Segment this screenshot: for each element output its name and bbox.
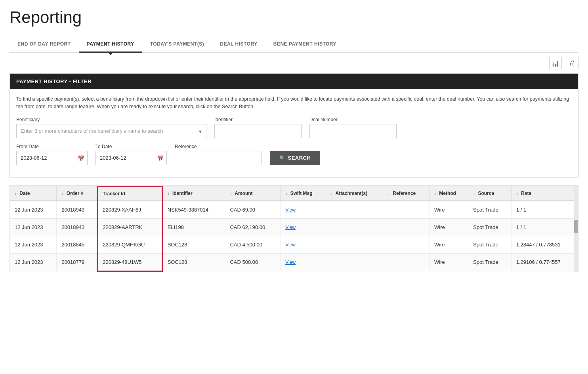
sort-arrows-reference: ↕ [388,191,390,196]
from-date-label: From Date [16,144,88,149]
cell-swift[interactable]: View [281,218,326,236]
cell-method: Wire [429,218,468,236]
scrollbar-track[interactable] [574,186,578,272]
col-method[interactable]: ↕ Method [429,186,468,201]
deal-number-input[interactable] [309,124,397,138]
cell-swift[interactable]: View [281,236,326,253]
col-identifier[interactable]: ↕ Identifier [162,186,225,201]
cell-rate: 1.28447 / 0.778531 [511,236,578,253]
cell-date: 12 Jun 2023 [10,218,57,236]
cell-swift[interactable]: View [281,253,326,271]
cell-identifier: NSK549-3887014 [162,201,225,219]
cell-source: Spot Trade [468,253,512,271]
from-date-group: From Date 📅 [16,144,88,165]
cell-attachments [326,218,383,236]
tab-deal-history[interactable]: DEAL HISTORY [212,36,265,53]
print-icon: 🖨 [569,59,575,67]
col-order[interactable]: ↕ Order # [57,186,97,201]
tab-todays-payments[interactable]: TODAY'S PAYMENT(S) [142,36,212,53]
filter-panel: PAYMENT HISTORY - FILTER To find a speci… [10,73,578,177]
search-icon: 🔍 [279,155,286,161]
col-reference[interactable]: ↕ Reference [383,186,429,201]
col-amount[interactable]: ↕ Amount [225,186,281,201]
col-attachments[interactable]: ↕ Attachment(s) [326,186,383,201]
search-label: SEARCH [288,155,311,161]
col-rate[interactable]: ↕ Rate [511,186,578,201]
table-row: 12 Jun 202320018943220829-XAAH8JNSK549-3… [10,201,578,219]
cell-order: 20018779 [57,253,97,271]
deal-number-group: Deal Number [309,117,397,138]
reference-group: Reference [175,144,262,165]
cell-identifier: SOC128 [162,236,225,253]
filter-row-2: From Date 📅 To Date 📅 Reference 🔍 [16,144,572,165]
cell-order: 20018943 [57,218,97,236]
export-icon: 📊 [552,59,559,67]
cell-identifier: SOC128 [162,253,225,271]
sort-arrows-method: ↕ [434,191,436,196]
sort-arrows-rate: ↕ [516,191,518,196]
reference-label: Reference [175,144,262,149]
filter-description: To find a specific payment(s), select a … [16,95,572,111]
to-date-group: To Date 📅 [95,144,167,165]
cell-source: Spot Trade [468,218,512,236]
cell-reference [383,236,429,253]
tab-payment-history[interactable]: PAYMENT HISTORY [79,36,142,53]
cell-date: 12 Jun 2023 [10,253,57,271]
cell-tracker: 220829-48U1W5 [97,253,162,271]
sort-arrows-source: ↕ [473,191,475,196]
table-header-row: ↕ Date ↕ Order # Tracker Id ↕ Identifier [10,186,578,201]
table-row: 12 Jun 202320018779220829-48U1W5SOC128CA… [10,253,578,271]
filter-header: PAYMENT HISTORY - FILTER [10,74,578,89]
filter-row-1: Beneficiary Enter 3 or more characters o… [16,117,572,138]
sort-arrows-identifier: ↕ [168,191,170,196]
to-date-input[interactable] [95,151,167,165]
scrollbar-thumb[interactable] [574,220,578,233]
sort-arrows-amount: ↕ [230,191,232,196]
col-swift-msg[interactable]: ↕ Swift Msg [281,186,326,201]
sort-arrows-order: ↕ [61,191,63,196]
col-tracker[interactable]: Tracker Id [97,186,162,201]
cell-method: Wire [429,236,468,253]
sort-arrows-swift: ↕ [285,191,287,196]
col-source[interactable]: ↕ Source [468,186,512,201]
from-date-input[interactable] [16,151,88,165]
cell-order: 20018943 [57,201,97,219]
search-group: 🔍 SEARCH [270,144,320,165]
table-body: 12 Jun 202320018943220829-XAAH8JNSK549-3… [10,201,578,271]
sort-arrows-attachments: ↕ [331,191,333,196]
cell-method: Wire [429,201,468,219]
tab-bene-payment-history[interactable]: BENE PAYMENT HISTORY [265,36,344,53]
col-date[interactable]: ↕ Date [10,186,57,201]
identifier-input[interactable] [214,124,302,138]
search-button[interactable]: 🔍 SEARCH [270,151,320,165]
cell-date: 12 Jun 2023 [10,236,57,253]
cell-reference [383,201,429,219]
deal-number-label: Deal Number [309,117,397,122]
cell-attachments [326,253,383,271]
cell-method: Wire [429,253,468,271]
page-title: Reporting [10,8,578,27]
export-button[interactable]: 📊 [549,57,562,69]
identifier-group: Identifier [214,117,302,138]
cell-amount: CAD 4,500.00 [225,236,281,253]
cell-tracker: 220829-AARTRK [97,218,162,236]
reference-input[interactable] [175,151,262,165]
table-row: 12 Jun 202320018845220829-QMHKGUSOC128CA… [10,236,578,253]
cell-attachments [326,201,383,219]
cell-date: 12 Jun 2023 [10,201,57,219]
beneficiary-select[interactable]: Enter 3 or more characters of the benefi… [16,124,206,138]
results-table-container: ↕ Date ↕ Order # Tracker Id ↕ Identifier [10,185,578,272]
results-table: ↕ Date ↕ Order # Tracker Id ↕ Identifier [10,186,578,272]
cell-amount: CAD 62,190.00 [225,218,281,236]
cell-reference [383,218,429,236]
cell-source: Spot Trade [468,236,512,253]
to-date-label: To Date [95,144,167,149]
tab-end-of-day[interactable]: END OF DAY REPORT [10,36,79,53]
table-row: 12 Jun 202320018943220829-AARTRKELI198CA… [10,218,578,236]
cell-tracker: 220829-QMHKGU [97,236,162,253]
cell-swift[interactable]: View [281,201,326,219]
cell-order: 20018845 [57,236,97,253]
cell-rate: 1 / 1 [511,201,578,219]
beneficiary-group: Beneficiary Enter 3 or more characters o… [16,117,206,138]
print-button[interactable]: 🖨 [566,57,578,69]
